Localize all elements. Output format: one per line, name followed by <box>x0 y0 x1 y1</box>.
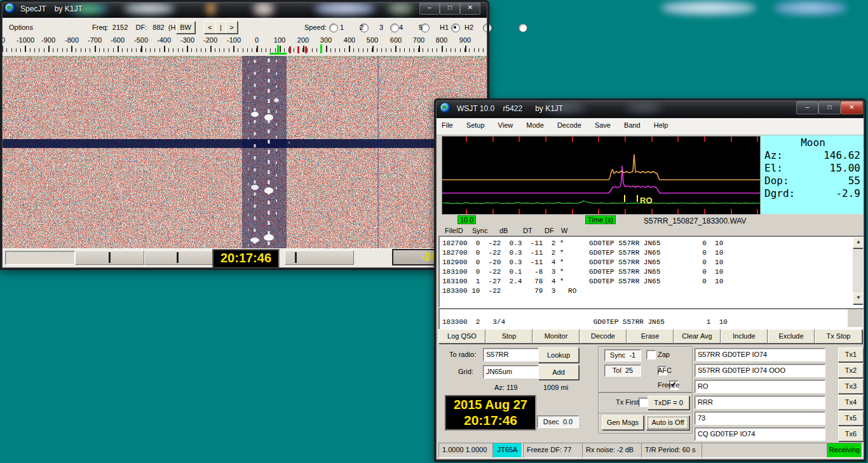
gen-msgs-button[interactable]: Gen Msgs <box>602 415 644 430</box>
date-time-display: 2015 Aug 27 20:17:46 <box>445 395 536 431</box>
tx3-message-input[interactable]: RO <box>695 380 825 393</box>
menu-help[interactable]: Help <box>648 118 674 132</box>
speed-option-label: H2 <box>465 23 473 31</box>
wsjt-titlebar[interactable]: WSJT 10.0 r5422 by K1JT – □ ✕ <box>434 98 866 118</box>
tx6-button[interactable]: Tx6 <box>838 427 864 441</box>
col-fileid: FileID <box>445 227 463 234</box>
ruler-major-ticks <box>2 46 487 52</box>
plot-scale-chip: 10.0 <box>458 215 476 224</box>
zero-slider[interactable] <box>144 250 213 265</box>
maximize-button[interactable]: □ <box>818 101 841 114</box>
decode-scrollbar[interactable]: ▲ ▼ <box>853 237 863 304</box>
menu-view[interactable]: View <box>492 118 519 132</box>
decode-text: 182700 0 -22 0.3 -11 2 * GD0TEP S57RR JN… <box>442 239 863 296</box>
utc-clock: 20:17:46 <box>212 249 280 269</box>
to-radio-input[interactable]: S57RR <box>483 348 539 361</box>
stop-button[interactable]: Stop <box>485 329 532 344</box>
dsec-field[interactable]: Dsec 0.0 <box>537 415 579 428</box>
gain-slider-handle[interactable] <box>109 252 111 263</box>
speed-slider-handle[interactable] <box>295 252 297 263</box>
tx3-button[interactable]: Tx3 <box>838 379 864 394</box>
include-button[interactable]: Include <box>721 329 768 344</box>
txdf-button[interactable]: TxDF = 0 <box>648 396 689 410</box>
tx6-message-input[interactable]: CQ GD0TEP IO74 <box>695 427 825 441</box>
menu-mode[interactable]: Mode <box>520 118 550 132</box>
tx4-message-input[interactable]: RRR <box>695 396 825 409</box>
menu-file[interactable]: File <box>436 118 459 132</box>
menu-setup[interactable]: Setup <box>461 118 491 132</box>
exclude-button[interactable]: Exclude <box>768 329 815 344</box>
minimize-button[interactable]: – <box>419 2 440 15</box>
waterfall-display[interactable] <box>2 56 487 248</box>
clear-avg-button[interactable]: Clear Avg <box>674 329 721 344</box>
blurred-icon <box>625 102 663 114</box>
tx2-button[interactable]: Tx2 <box>838 363 864 378</box>
monitor-button[interactable]: Monitor <box>532 329 580 344</box>
zap-checkbox[interactable] <box>646 350 656 359</box>
spectrum-plot[interactable]: RO <box>442 136 761 215</box>
decode-button[interactable]: Decode <box>580 329 627 344</box>
scroll-right-button[interactable]: > <box>226 21 238 34</box>
lookup-button[interactable]: Lookup <box>538 347 579 363</box>
tx1-button[interactable]: Tx1 <box>838 347 864 362</box>
tx4-button[interactable]: Tx4 <box>838 395 864 410</box>
desktop: SpecJT by K1JT – □ ✕ Options Freq: 2152 … <box>0 0 868 463</box>
scroll-down-icon[interactable]: ▼ <box>853 293 864 304</box>
speed-radio-3[interactable] <box>390 23 399 32</box>
auto-button[interactable]: Auto is Off <box>646 415 689 430</box>
tone-marker-red <box>305 46 307 53</box>
menu-save[interactable]: Save <box>589 118 616 132</box>
tx5-message-input[interactable]: 73 <box>695 412 825 425</box>
blurred-icon <box>388 3 413 15</box>
grid-input[interactable]: JN65um <box>483 365 539 379</box>
distance-readout: 1009 mi <box>543 384 568 391</box>
speed-radio-1[interactable] <box>329 23 338 32</box>
speed-radio-h1[interactable] <box>483 23 492 32</box>
sync-field[interactable]: Sync -1 <box>604 349 641 361</box>
tx-first-checkbox[interactable] <box>639 398 648 407</box>
speed-radio-h2[interactable] <box>519 23 527 32</box>
zap-label: Zap <box>658 351 670 358</box>
wsjt-window-title: WSJT 10.0 r5422 by K1JT <box>457 104 563 113</box>
ruler-label: -1000 <box>17 36 34 44</box>
tx1-message-input[interactable]: S57RR GD0TEP IO74 <box>695 348 825 361</box>
tone-marker-green <box>320 44 322 53</box>
zero-slider-handle[interactable] <box>177 252 179 263</box>
ruler-label: 900 <box>459 36 471 44</box>
speed-slider[interactable] <box>285 250 354 265</box>
minimize-button[interactable]: – <box>796 101 818 114</box>
close-button[interactable]: ✕ <box>460 2 480 15</box>
close-button[interactable]: ✕ <box>841 101 863 114</box>
tx2-message-input[interactable]: S57RR GD0TEP IO74 OOO <box>695 364 825 377</box>
menu-band[interactable]: Band <box>618 118 646 132</box>
tol-field[interactable]: Tol 25 <box>604 365 641 377</box>
add-button[interactable]: Add <box>538 365 579 380</box>
scroll-center-button[interactable]: | <box>215 21 226 34</box>
time-axis-chip: Time (s) <box>585 215 616 224</box>
blurred-window-artifact <box>661 1 756 15</box>
tx-stop-button[interactable]: Tx Stop <box>815 329 862 344</box>
options-menu[interactable]: Options <box>9 23 33 31</box>
ro-annotation: RO <box>640 196 653 205</box>
gain-slider[interactable] <box>75 250 144 265</box>
decode-text-area[interactable]: 182700 0 -22 0.3 -11 2 * GD0TEP S57RR JN… <box>438 236 864 308</box>
log-qso-button[interactable]: Log QSO <box>438 329 485 344</box>
blurred-icon <box>124 3 175 15</box>
scroll-left-button[interactable]: < <box>204 21 216 34</box>
col-dt: DT <box>523 227 532 234</box>
average-text-area[interactable]: 183300 2 3/4 GD0TEP S57RR JN65 1 10 <box>438 308 864 331</box>
ruler-label: 400 <box>344 36 355 44</box>
speed-radio-5[interactable] <box>451 23 460 32</box>
specjt-bottom-bar: 20:17:46 -26 <box>2 248 487 269</box>
ruler-label: 800 <box>436 36 447 44</box>
maximize-button[interactable]: □ <box>440 2 460 15</box>
blurred-window-artifact <box>774 1 847 15</box>
bw-button[interactable]: BW <box>176 21 195 34</box>
ruler-label: 600 <box>390 36 402 44</box>
specjt-titlebar[interactable]: SpecJT by K1JT – □ ✕ <box>0 0 489 18</box>
menu-decode[interactable]: Decode <box>552 118 587 132</box>
tx5-button[interactable]: Tx5 <box>838 411 864 426</box>
status-spacer <box>702 443 829 458</box>
erase-button[interactable]: Erase <box>627 329 674 344</box>
scroll-up-icon[interactable]: ▲ <box>853 237 864 248</box>
